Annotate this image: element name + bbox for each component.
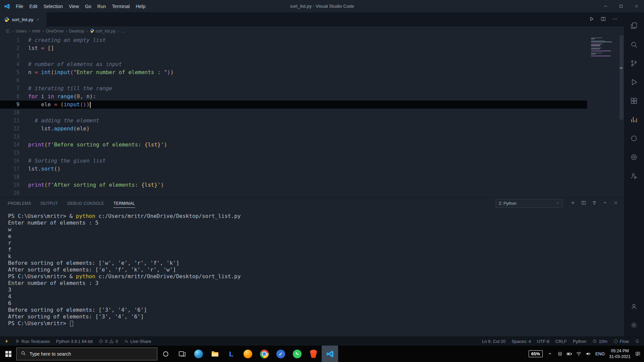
breadcrumb-item[interactable]: sort_list.py	[90, 28, 116, 34]
line-number[interactable]: 1	[0, 36, 19, 44]
todo-button[interactable]: ✓	[272, 346, 289, 362]
battery-icon[interactable]	[567, 351, 572, 357]
account-icon[interactable]	[624, 297, 644, 316]
taskbar-clock[interactable]: 05:24 PM 31-03-2021	[609, 348, 631, 359]
code-line[interactable]: 2lst = []	[0, 44, 587, 52]
code-line[interactable]: 15	[0, 149, 587, 157]
indentation[interactable]: Spaces: 4	[508, 337, 534, 346]
file-explorer-button[interactable]	[207, 346, 223, 362]
line-number[interactable]: 2	[0, 44, 19, 52]
problems[interactable]: 00	[96, 337, 121, 346]
panel-tab-debug-console[interactable]: DEBUG CONSOLE	[67, 199, 105, 208]
menu-view[interactable]: View	[66, 4, 82, 9]
search-icon[interactable]	[624, 35, 644, 54]
settings-icon[interactable]	[624, 316, 644, 335]
line-number[interactable]: 16	[0, 157, 19, 165]
battery-percentage-badge[interactable]: 65%	[529, 350, 543, 357]
chrome-button[interactable]	[256, 346, 272, 362]
language-indicator[interactable]: ENG	[595, 351, 605, 356]
cursor-position[interactable]: Ln 9, Col 20	[479, 337, 508, 346]
record-icon[interactable]	[624, 129, 644, 148]
start-button[interactable]	[0, 346, 16, 362]
code-line[interactable]: 17lst.sort()	[0, 165, 587, 173]
github-icon[interactable]	[624, 148, 644, 167]
scrollbar-thumb[interactable]	[620, 36, 624, 120]
code-line[interactable]: 11 # adding the element	[0, 117, 587, 125]
line-number[interactable]: 14	[0, 141, 19, 149]
menu-file[interactable]: File	[13, 4, 26, 9]
run-and-debug-icon[interactable]	[624, 73, 644, 92]
line-number[interactable]: 7	[0, 84, 19, 93]
code-line[interactable]: 8for i in range(0, n):	[0, 93, 587, 101]
taskbar-search-input[interactable]: Type here to search	[16, 348, 157, 360]
split-terminal-button[interactable]	[581, 200, 586, 207]
task-view-button[interactable]	[174, 346, 190, 362]
live-share[interactable]: Live Share	[121, 337, 154, 346]
extensions-icon[interactable]	[624, 92, 644, 110]
maximize-panel-button[interactable]	[602, 200, 608, 207]
line-number[interactable]: 15	[0, 149, 19, 157]
editor-scrollbar[interactable]	[619, 36, 624, 197]
code-line[interactable]: 5n = int(input("Enter number of elements…	[0, 68, 587, 76]
language-mode[interactable]: Python	[570, 337, 589, 346]
line-number[interactable]: 5	[0, 68, 19, 76]
code-line[interactable]: 13	[0, 133, 587, 141]
code-time[interactable]: 10m	[589, 337, 610, 346]
new-terminal-button[interactable]	[570, 200, 576, 207]
breadcrumb-item[interactable]: …	[121, 29, 125, 34]
corner-indicator[interactable]	[1, 337, 12, 346]
code-line[interactable]: 20	[0, 189, 587, 197]
breadcrumb-item[interactable]: Desktop	[69, 29, 85, 34]
menu-go[interactable]: Go	[82, 4, 94, 9]
firefox-button[interactable]	[239, 346, 256, 362]
code-line[interactable]: 1# creating an empty list	[0, 36, 587, 44]
tray-status-icon[interactable]	[557, 351, 563, 357]
terminal-selector[interactable]: 2: Python	[496, 199, 563, 208]
explorer-icon[interactable]	[624, 16, 644, 35]
menu-selection[interactable]: Selection	[41, 4, 66, 9]
tab-close-icon[interactable]	[36, 17, 40, 21]
code-line[interactable]: 3	[0, 52, 587, 60]
breadcrumb-item[interactable]: C:	[6, 29, 10, 34]
code-line[interactable]: 6	[0, 76, 587, 84]
close-panel-button[interactable]	[613, 200, 619, 207]
code-line[interactable]: 16# Sorting the given list	[0, 157, 587, 165]
minimap[interactable]	[590, 38, 619, 58]
run-testcases[interactable]: Run Testcases	[12, 337, 53, 346]
line-number[interactable]: 18	[0, 173, 19, 181]
encoding[interactable]: UTF-8	[534, 337, 552, 346]
line-number[interactable]: 20	[0, 189, 19, 197]
line-number[interactable]: 4	[0, 60, 19, 68]
whatsapp-button[interactable]	[289, 346, 305, 362]
menu-help[interactable]: Help	[133, 4, 149, 9]
line-number[interactable]: 3	[0, 52, 19, 60]
notification-center-icon[interactable]	[635, 351, 641, 357]
cortana-button[interactable]	[157, 346, 174, 362]
edge-button[interactable]	[190, 346, 207, 362]
source-control-icon[interactable]	[624, 54, 644, 73]
python-version[interactable]: Python 3.9.1 64-bit	[53, 337, 96, 346]
line-number[interactable]: 6	[0, 76, 19, 84]
notifications[interactable]	[632, 337, 643, 346]
code-line[interactable]: 10	[0, 109, 587, 117]
live-share-icon[interactable]	[624, 167, 644, 185]
network-icon[interactable]	[576, 351, 582, 357]
breadcrumb-item[interactable]: Users	[16, 29, 27, 34]
close-button[interactable]	[629, 0, 644, 12]
line-number[interactable]: 9	[0, 101, 19, 109]
breadcrumb-item[interactable]: OneDrive	[46, 29, 64, 34]
run-file-button[interactable]	[589, 16, 594, 23]
code-line[interactable]: 12 lst.append(ele)	[0, 125, 587, 133]
line-number[interactable]: 19	[0, 181, 19, 189]
code-line[interactable]: 14print(f'Before sorting of elements: {l…	[0, 141, 587, 149]
kill-terminal-button[interactable]	[592, 200, 597, 207]
brave-button[interactable]	[305, 346, 322, 362]
panel-tab-problems[interactable]: PROBLEMS	[7, 199, 32, 208]
test-chart-icon[interactable]	[624, 110, 644, 129]
code-line[interactable]: 7# iterating till the range	[0, 84, 587, 93]
code-line[interactable]: 9 ele = (input())	[0, 101, 587, 109]
maximize-button[interactable]	[613, 0, 629, 12]
minimize-button[interactable]	[598, 0, 613, 12]
tray-expand-chevron-icon[interactable]	[547, 351, 553, 357]
l-app-button[interactable]: L	[223, 346, 239, 362]
